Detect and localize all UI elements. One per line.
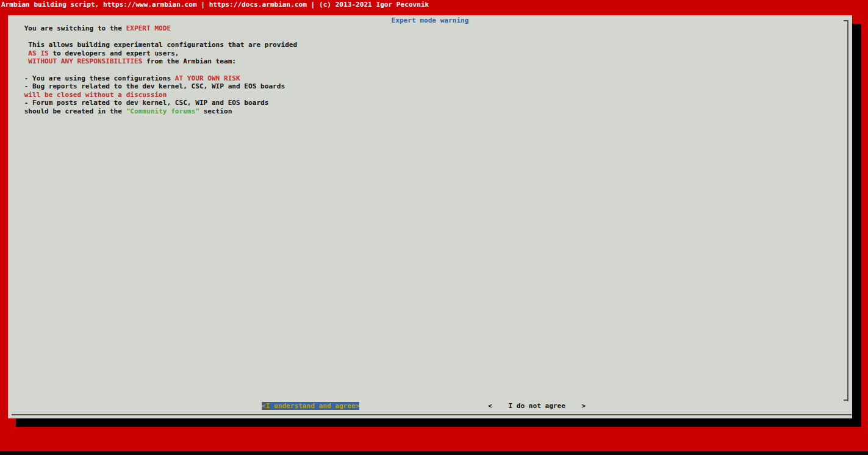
text-segment: should be created in the <box>20 107 126 115</box>
text-line: should be created in the "Community foru… <box>20 107 297 116</box>
text-segment <box>20 49 28 57</box>
text-segment: from the Armbian team: <box>142 57 236 65</box>
text-segment-link: "Community forums" <box>126 107 199 115</box>
text-segment-warning: AT YOUR OWN RISK <box>175 74 240 82</box>
disagree-button[interactable]: < I do not agree > <box>488 401 586 410</box>
text-line: AS IS to developers and expert users, <box>20 49 297 58</box>
text-line <box>20 66 297 74</box>
dialog-title-text: Expert mode warning <box>389 16 472 24</box>
text-segment-warning: EXPERT MODE <box>126 24 171 32</box>
dialog-text: You are switching to the EXPERT MODE Thi… <box>20 24 297 116</box>
text-segment: - You are using these configurations <box>20 74 175 82</box>
text-line: WITHOUT ANY RESPONSIBILITIES from the Ar… <box>20 57 297 66</box>
dialog-border-right <box>847 20 848 401</box>
terminal-screen: Armbian building script, https://www.arm… <box>0 0 868 455</box>
text-segment-warning: WITHOUT ANY RESPONSIBILITIES <box>28 57 142 65</box>
screen-bottom-strip <box>0 451 868 455</box>
expert-mode-warning-dialog: Expert mode warning You are switching to… <box>8 15 852 418</box>
text-segment-warning: AS IS <box>28 49 48 57</box>
dialog-title: Expert mode warning <box>8 16 852 25</box>
text-line: - Forum posts related to dev kernel, CSC… <box>20 99 297 107</box>
text-segment: You are switching to the <box>20 24 126 32</box>
text-line: will be closed without a discussion <box>20 91 297 99</box>
text-line: - Bug reports related to the dev kernel,… <box>20 82 297 91</box>
dialog-border-bottom <box>12 414 852 415</box>
text-line: - You are using these configurations AT … <box>20 74 297 83</box>
text-segment: to developers and expert users, <box>49 49 179 57</box>
backtitle: Armbian building script, https://www.arm… <box>1 1 429 9</box>
text-segment: - Forum posts related to dev kernel, CSC… <box>20 99 268 107</box>
text-line: This allows building experimental config… <box>20 41 297 49</box>
agree-button[interactable]: <I understand and agree> <box>262 401 359 410</box>
text-segment: - Bug reports related to the dev kernel,… <box>20 82 285 90</box>
text-segment: This allows building experimental config… <box>20 41 297 49</box>
agree-button-cursor-bracket: < <box>262 402 266 410</box>
text-line: You are switching to the EXPERT MODE <box>20 24 297 33</box>
agree-button-label: understand and agree> <box>270 402 359 410</box>
text-segment <box>20 57 28 65</box>
text-line <box>20 33 297 41</box>
text-segment: section <box>199 107 232 115</box>
dialog-border-corner-bottom-right <box>844 399 848 401</box>
text-segment-warning: will be closed without a discussion <box>20 91 167 99</box>
